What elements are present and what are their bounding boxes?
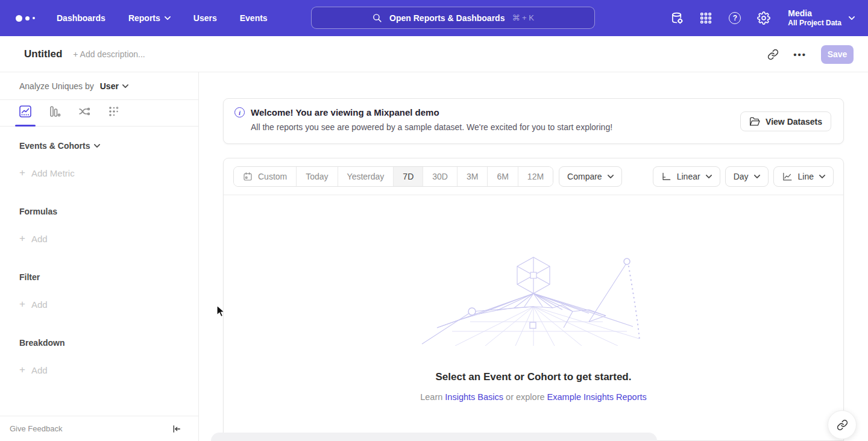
plus-icon: + <box>19 233 25 245</box>
link-icon <box>837 419 848 431</box>
analyze-row: Analyze Uniques by User <box>0 72 198 100</box>
dots-grid-icon <box>108 105 120 117</box>
section-events-cohorts[interactable]: Events & Cohorts <box>19 141 198 151</box>
empty-state-subtext: Learn Insights Basics or explore Example… <box>420 392 647 402</box>
sidebar-footer: Give Feedback <box>0 416 198 441</box>
report-controls: Custom Today Yesterday 7D 30D 3M 6M 12M … <box>224 158 843 195</box>
chevron-down-icon <box>122 84 128 88</box>
search-label: Open Reports & Dashboards <box>389 13 505 23</box>
search-shortcut: ⌘ + K <box>512 13 534 22</box>
plus-icon: + <box>19 167 25 179</box>
range-3m[interactable]: 3M <box>457 167 487 186</box>
empty-state: Select an Event or Cohort to get started… <box>224 195 843 402</box>
data-management-icon[interactable] <box>670 11 684 25</box>
tab-bar-chart[interactable] <box>49 105 62 127</box>
gear-icon[interactable] <box>756 11 771 25</box>
visualization-tabs <box>0 100 198 127</box>
report-card: Custom Today Yesterday 7D 30D 3M 6M 12M … <box>223 158 844 441</box>
topnav-right: ? Media All Project Data <box>670 0 855 36</box>
range-7d[interactable]: 7D <box>393 167 423 186</box>
query-builder-sidebar: Analyze Uniques by User <box>0 72 199 441</box>
copy-link-button[interactable] <box>767 49 779 60</box>
folder-icon <box>749 117 760 127</box>
report-main: i Welcome! You are viewing a Mixpanel de… <box>199 72 868 441</box>
linear-axis-icon <box>661 172 671 181</box>
bottom-sheet-edge[interactable] <box>211 433 657 441</box>
link-icon <box>767 49 779 60</box>
chevron-down-icon <box>165 16 171 20</box>
nav-item-dashboards[interactable]: Dashboards <box>57 13 105 23</box>
chart-type-dropdown[interactable]: Line <box>773 166 834 187</box>
tab-flows[interactable] <box>78 105 92 127</box>
chevron-down-icon <box>754 175 760 178</box>
mixpanel-app: Dashboards Reports Users Events Open Rep… <box>0 0 868 441</box>
section-formulas: Formulas <box>19 207 198 216</box>
report-title-bar: Untitled + Add description... ••• Save <box>0 36 868 72</box>
link-example-insights-reports[interactable]: Example Insights Reports <box>547 392 647 402</box>
link-insights-basics[interactable]: Insights Basics <box>445 392 503 402</box>
empty-state-illustration <box>419 255 648 346</box>
chevron-down-icon <box>706 175 712 178</box>
add-description-field[interactable]: + Add description... <box>73 49 145 59</box>
project-env: All Project Data <box>788 19 841 28</box>
report-title[interactable]: Untitled <box>24 48 62 60</box>
range-6m[interactable]: 6M <box>487 167 517 186</box>
global-search-bar[interactable]: Open Reports & Dashboards ⌘ + K <box>311 7 595 29</box>
section-breakdown: Breakdown <box>19 338 198 348</box>
line-chart-icon <box>19 105 31 117</box>
range-yesterday[interactable]: Yesterday <box>338 167 394 186</box>
project-name: Media <box>788 8 841 19</box>
banner-title: Welcome! You are viewing a Mixpanel demo <box>251 106 612 119</box>
calendar-icon <box>243 172 253 181</box>
chevron-down-icon <box>608 175 614 178</box>
tab-retention-grid[interactable] <box>108 105 121 127</box>
bar-chart-icon <box>49 105 61 117</box>
scale-dropdown[interactable]: Linear <box>653 166 720 187</box>
range-12m[interactable]: 12M <box>518 167 553 186</box>
give-feedback-link[interactable]: Give Feedback <box>10 424 62 433</box>
info-icon: i <box>234 107 245 117</box>
range-custom[interactable]: Custom <box>234 167 296 186</box>
share-link-fab[interactable] <box>828 410 857 439</box>
banner-subtitle: All the reports you see are powered by a… <box>251 122 612 132</box>
help-icon[interactable]: ? <box>728 11 742 25</box>
ellipsis-icon: ••• <box>793 49 807 60</box>
view-datasets-button[interactable]: View Datasets <box>740 111 831 131</box>
search-icon <box>372 13 382 23</box>
apps-grid-icon[interactable] <box>699 11 713 25</box>
add-filter-button[interactable]: + Add <box>19 298 198 310</box>
nav-item-events[interactable]: Events <box>240 13 268 23</box>
flows-icon <box>78 105 90 117</box>
save-button[interactable]: Save <box>821 45 854 64</box>
nav-item-users[interactable]: Users <box>193 13 217 23</box>
add-breakdown-button[interactable]: + Add <box>19 364 198 376</box>
analyze-by-dropdown[interactable]: User <box>100 81 128 91</box>
chevron-down-icon <box>819 175 825 178</box>
collapse-sidebar-button[interactable] <box>172 424 181 434</box>
more-options-button[interactable]: ••• <box>793 49 807 60</box>
add-formula-button[interactable]: + Add <box>19 233 198 245</box>
date-range-group: Custom Today Yesterday 7D 30D 3M 6M 12M <box>233 166 553 187</box>
project-switcher[interactable]: Media All Project Data <box>785 8 855 28</box>
section-filter: Filter <box>19 272 198 282</box>
analyze-label: Analyze Uniques by <box>19 81 94 91</box>
collapse-left-icon <box>172 424 181 434</box>
chevron-down-icon <box>849 16 855 20</box>
mixpanel-logo-icon[interactable] <box>16 15 35 22</box>
nav-item-reports[interactable]: Reports <box>128 13 171 23</box>
welcome-banner: i Welcome! You are viewing a Mixpanel de… <box>223 98 844 144</box>
compare-button[interactable]: Compare <box>559 166 622 187</box>
line-chart-icon <box>782 172 793 181</box>
range-today[interactable]: Today <box>296 167 337 186</box>
chevron-down-icon <box>94 144 100 148</box>
tab-insights-line[interactable] <box>19 105 33 127</box>
range-30d[interactable]: 30D <box>423 167 457 186</box>
granularity-dropdown[interactable]: Day <box>725 166 769 187</box>
plus-icon: + <box>19 298 25 310</box>
add-metric-button[interactable]: + Add Metric <box>19 167 198 179</box>
empty-state-heading: Select an Event or Cohort to get started… <box>436 371 632 383</box>
top-nav: Dashboards Reports Users Events Open Rep… <box>0 0 868 36</box>
primary-nav: Dashboards Reports Users Events <box>57 13 268 23</box>
plus-icon: + <box>19 364 25 376</box>
